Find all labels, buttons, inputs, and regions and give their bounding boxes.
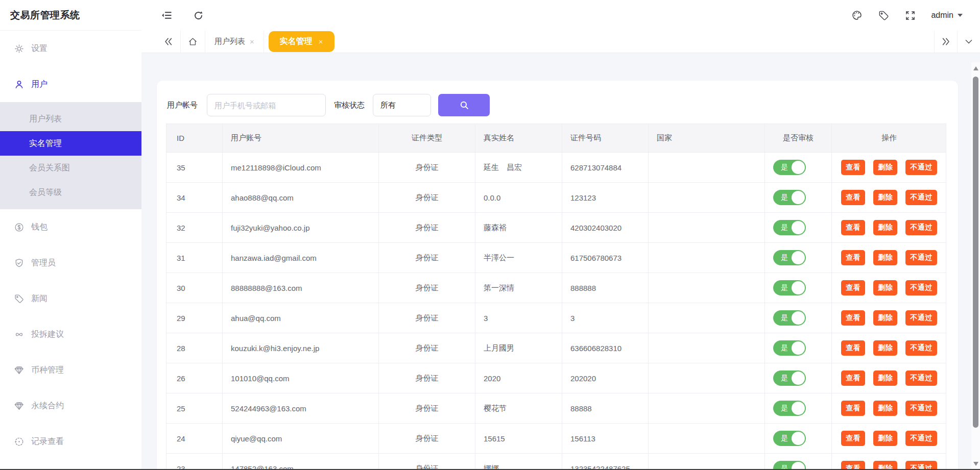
view-button[interactable]: 查看 — [841, 280, 865, 295]
sidebar-item-feedback[interactable]: 投拆建议 — [0, 316, 141, 352]
cell-country — [649, 454, 765, 470]
sidebar-item-wallet[interactable]: 钱包 — [0, 209, 141, 245]
delete-button[interactable]: 删除 — [873, 340, 897, 356]
reject-button[interactable]: 不通过 — [905, 340, 937, 356]
cell-country — [649, 153, 765, 183]
toggle-knob — [792, 221, 805, 234]
cell-account: qiyue@qq.com — [223, 424, 379, 454]
scrollbar[interactable] — [971, 62, 980, 470]
reject-button[interactable]: 不通过 — [905, 160, 937, 175]
tabs-scroll-left-button[interactable] — [156, 31, 181, 53]
view-button[interactable]: 查看 — [841, 250, 865, 265]
view-button[interactable]: 查看 — [841, 431, 865, 446]
tab-user-list[interactable]: 用户列表 × — [205, 31, 264, 53]
audit-toggle-label: 是 — [781, 434, 788, 443]
sidebar-item-label: 记录查看 — [31, 436, 64, 447]
cell-account: hanzawa.iad@gmail.com — [223, 243, 379, 273]
double-chevron-left-icon — [163, 37, 173, 46]
audit-toggle-label: 是 — [781, 343, 788, 353]
sidebar-item-settings[interactable]: 设置 — [0, 31, 141, 66]
audit-toggle[interactable]: 是 — [773, 250, 806, 265]
fullscreen-icon[interactable] — [904, 10, 916, 21]
search-button[interactable] — [438, 94, 490, 116]
shield-check-icon — [14, 258, 24, 268]
delete-button[interactable]: 删除 — [873, 370, 897, 386]
cell-account: ahao888@qq.com — [223, 183, 379, 213]
sidebar-item-users[interactable]: 用户 — [0, 66, 141, 102]
cell-id: 30 — [166, 273, 223, 303]
reject-button[interactable]: 不通过 — [905, 370, 937, 386]
search-icon — [459, 100, 469, 110]
reject-button[interactable]: 不通过 — [905, 431, 937, 446]
audit-toggle[interactable]: 是 — [773, 220, 806, 235]
column-header-id: ID — [166, 124, 223, 153]
admin-dropdown[interactable]: admin — [931, 11, 963, 20]
audit-toggle[interactable]: 是 — [773, 401, 806, 416]
reject-button[interactable]: 不通过 — [905, 310, 937, 326]
reject-button[interactable]: 不通过 — [905, 401, 937, 416]
audit-toggle[interactable]: 是 — [773, 280, 806, 295]
reject-button[interactable]: 不通过 — [905, 190, 937, 205]
sidebar-item-admins[interactable]: 管理员 — [0, 245, 141, 281]
delete-button[interactable]: 删除 — [873, 160, 897, 175]
audit-toggle[interactable]: 是 — [773, 190, 806, 205]
scrollbar-thumb[interactable] — [973, 77, 978, 428]
submenu-item-relation-map[interactable]: 会员关系图 — [0, 156, 141, 180]
submenu-item-user-list[interactable]: 用户列表 — [0, 107, 141, 131]
theme-palette-icon[interactable] — [851, 10, 863, 21]
cell-cert-type: 身份证 — [379, 213, 475, 243]
delete-button[interactable]: 删除 — [873, 401, 897, 416]
submenu-item-realname[interactable]: 实名管理 — [0, 131, 141, 156]
close-icon[interactable]: × — [250, 38, 254, 45]
cell-id: 24 — [166, 424, 223, 454]
sidebar-item-coins[interactable]: 币种管理 — [0, 352, 141, 388]
tag-icon[interactable] — [878, 10, 889, 21]
audit-toggle[interactable]: 是 — [773, 160, 806, 175]
view-button[interactable]: 查看 — [841, 310, 865, 326]
delete-button[interactable]: 删除 — [873, 310, 897, 326]
delete-button[interactable]: 删除 — [873, 250, 897, 265]
action-buttons: 查看 删除 不通过 — [832, 310, 946, 326]
cell-id: 34 — [166, 183, 223, 213]
audit-toggle[interactable]: 是 — [773, 310, 806, 326]
refresh-icon[interactable] — [193, 10, 204, 21]
account-input[interactable] — [207, 94, 326, 116]
sidebar-collapse-icon[interactable] — [161, 10, 172, 21]
tab-realname-active[interactable]: 实名管理 × — [269, 31, 334, 52]
sidebar-item-perpetual[interactable]: 永续合约 — [0, 388, 141, 424]
toggle-knob — [792, 402, 805, 415]
sidebar-item-news[interactable]: 新闻 — [0, 281, 141, 316]
reject-button[interactable]: 不通过 — [905, 220, 937, 235]
scrollbar-down-arrow-icon[interactable] — [973, 462, 978, 466]
tab-home[interactable] — [181, 31, 205, 53]
submenu-item-member-level[interactable]: 会员等级 — [0, 180, 141, 205]
column-header-country: 国家 — [649, 124, 765, 153]
audit-toggle[interactable]: 是 — [773, 340, 806, 356]
view-button[interactable]: 查看 — [841, 370, 865, 386]
cell-cert-type: 身份证 — [379, 454, 475, 470]
tabs-scroll-right-button[interactable] — [934, 31, 957, 53]
sidebar-item-records[interactable]: 记录查看 — [0, 424, 141, 459]
cell-account: 147852@163.com — [223, 454, 379, 470]
cell-id: 31 — [166, 243, 223, 273]
view-button[interactable]: 查看 — [841, 340, 865, 356]
view-button[interactable]: 查看 — [841, 160, 865, 175]
content-card: 用户帐号 审核状态 所有 ID 用户账号 证件类型 真实姓名 — [157, 81, 958, 470]
delete-button[interactable]: 删除 — [873, 280, 897, 295]
audit-toggle[interactable]: 是 — [773, 431, 806, 446]
scrollbar-up-arrow-icon[interactable] — [973, 66, 978, 70]
view-button[interactable]: 查看 — [841, 401, 865, 416]
audit-toggle[interactable]: 是 — [773, 370, 806, 386]
tabs-menu-button[interactable] — [957, 31, 980, 53]
delete-button[interactable]: 删除 — [873, 190, 897, 205]
cell-audit: 是 — [765, 393, 832, 424]
cell-cert-type: 身份证 — [379, 273, 475, 303]
reject-button[interactable]: 不通过 — [905, 250, 937, 265]
view-button[interactable]: 查看 — [841, 220, 865, 235]
close-icon[interactable]: × — [319, 38, 323, 45]
reject-button[interactable]: 不通过 — [905, 280, 937, 295]
view-button[interactable]: 查看 — [841, 190, 865, 205]
status-select[interactable]: 所有 — [373, 94, 431, 116]
delete-button[interactable]: 删除 — [873, 431, 897, 446]
delete-button[interactable]: 删除 — [873, 220, 897, 235]
